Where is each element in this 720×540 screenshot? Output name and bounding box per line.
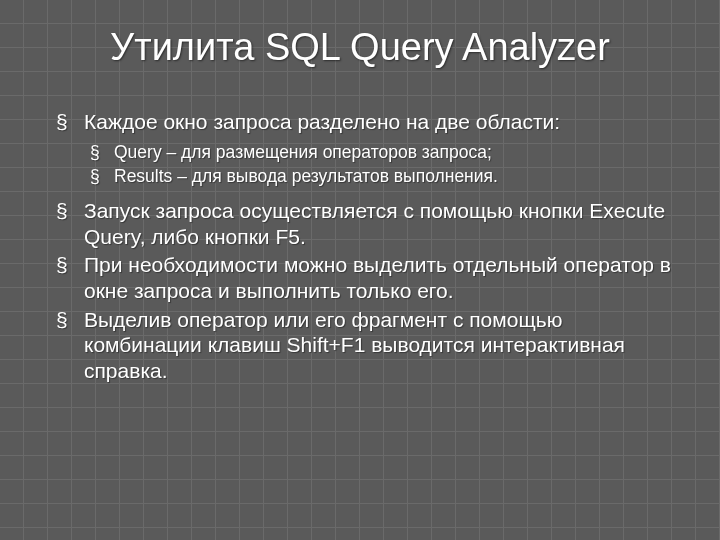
bullet-text: Каждое окно запроса разделено на две обл… [84,110,560,133]
bullet-text: Выделив оператор или его фрагмент с помо… [84,308,625,382]
bullet-text: Запуск запроса осуществляется с помощью … [84,199,665,248]
slide-title: Утилита SQL Query Analyzer [0,0,720,79]
slide-content: Каждое окно запроса разделено на две обл… [0,79,720,383]
list-item: Каждое окно запроса разделено на две обл… [56,109,672,188]
bullet-text: При необходимости можно выделить отдельн… [84,253,671,302]
sub-bullet-text: Results – для вывода результатов выполне… [114,166,498,186]
bullet-list: Каждое окно запроса разделено на две обл… [56,109,672,383]
list-item: Выделив оператор или его фрагмент с помо… [56,307,672,384]
sub-list-item: Results – для вывода результатов выполне… [90,165,672,188]
sub-bullet-text: Query – для размещения операторов запрос… [114,142,492,162]
sub-list: Query – для размещения операторов запрос… [84,141,672,189]
list-item: При необходимости можно выделить отдельн… [56,252,672,303]
sub-list-item: Query – для размещения операторов запрос… [90,141,672,164]
list-item: Запуск запроса осуществляется с помощью … [56,198,672,249]
slide: Утилита SQL Query Analyzer Каждое окно з… [0,0,720,540]
